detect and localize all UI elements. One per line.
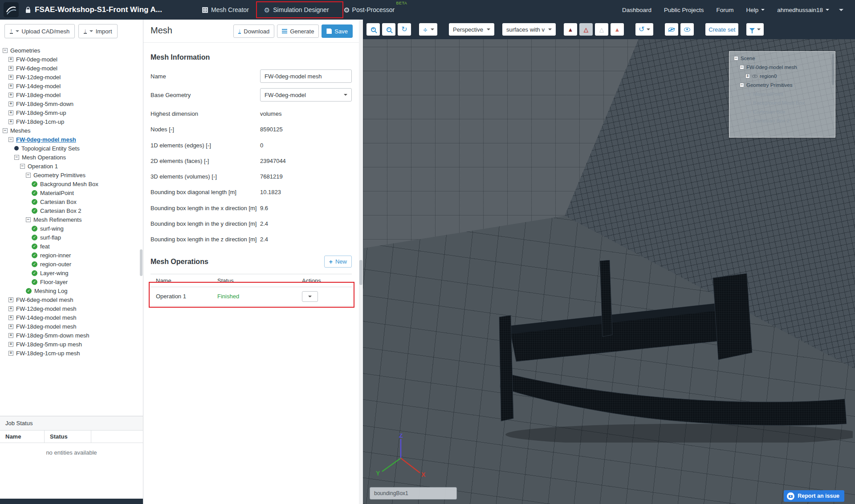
panel-scrollbar[interactable] [359, 20, 363, 504]
mesh-outline-button[interactable]: ▲ [611, 23, 624, 36]
expand-toggle-icon[interactable] [8, 324, 13, 329]
expand-toggle-icon[interactable] [8, 306, 13, 311]
mesh-wireframe-button[interactable]: △ [579, 23, 593, 36]
visibility-eye-icon[interactable] [745, 119, 751, 122]
scene-tree-item[interactable]: MaterialPoint [731, 89, 833, 98]
row-actions-dropdown[interactable] [302, 291, 318, 302]
rotate-view-button[interactable]: ↺ [635, 23, 653, 36]
scene-tree-item[interactable]: region0 [731, 72, 833, 81]
base-geometry-select[interactable]: FW-0deg-model [260, 88, 352, 102]
tree-item[interactable]: ✓ FW-12deg-model [0, 73, 140, 81]
tree-item[interactable]: ✓ FW-14deg-model mesh [0, 313, 140, 322]
projection-select[interactable]: Perspective [449, 23, 494, 36]
expand-toggle-icon[interactable] [20, 164, 25, 169]
zoom-out-button[interactable]: − [382, 23, 395, 36]
tree-item[interactable]: ✓ FW-0deg-model [0, 55, 140, 64]
mesh-solid-button[interactable]: ▲ [564, 23, 577, 36]
tree-item[interactable]: ✓ Floor-layer [0, 277, 140, 286]
tree-item[interactable]: ✓ Layer-wing [0, 268, 140, 277]
mesh-model[interactable] [497, 260, 853, 443]
tree-item[interactable]: ✓ region-inner [0, 251, 140, 260]
tree-item[interactable]: ✓ FW-18deg-model [0, 90, 140, 99]
simscale-logo[interactable] [4, 2, 19, 17]
expand-toggle-icon[interactable] [8, 102, 13, 106]
expand-toggle-icon[interactable] [734, 56, 738, 61]
expand-toggle-icon[interactable] [8, 342, 13, 347]
expand-toggle-icon[interactable] [745, 74, 750, 78]
table-row[interactable]: Operation 1 Finished [151, 287, 352, 306]
tree-item[interactable]: ✓ FW-14deg-model [0, 81, 140, 90]
nav-tab[interactable]: ⚙ Post-Processor BETA [342, 0, 397, 20]
tree-item[interactable]: ✓ FW-18deg-5mm-down [0, 99, 140, 108]
nav-tab[interactable]: ⚙ Simulation Designer [262, 0, 331, 20]
tree-item[interactable]: ✓ FW-18deg-1cm-up [0, 117, 140, 126]
tree-item[interactable]: ✓ surf-wing [0, 224, 140, 233]
expand-toggle-icon[interactable] [8, 66, 13, 71]
scene-tree-item[interactable]: Cartesian Box [731, 107, 833, 116]
tree-item[interactable]: ✓ FW-18deg-5mm-up mesh [0, 340, 140, 349]
nav-tab[interactable]: ⚙ Mesh Creator [200, 0, 251, 20]
tree-item[interactable]: ✓ surf-flap [0, 233, 140, 242]
expand-toggle-icon[interactable] [8, 351, 13, 356]
filter-button[interactable] [746, 23, 764, 36]
expand-toggle-icon[interactable] [740, 83, 744, 87]
expand-toggle-icon[interactable] [8, 315, 13, 320]
tree-item[interactable]: ✓ Meshing Log [0, 286, 140, 295]
user-menu-caret[interactable] [839, 9, 843, 11]
sidebar-scrollbar[interactable] [140, 249, 142, 276]
expand-toggle-icon[interactable] [8, 137, 13, 142]
tree-item[interactable]: ✓ Cartesian Box 2 [0, 206, 140, 215]
tree-item[interactable]: ✓ Topological Entity Sets [0, 144, 140, 153]
tree-item[interactable]: ✓ Background Mesh Box [0, 179, 140, 188]
expand-toggle-icon[interactable] [8, 84, 13, 89]
expand-toggle-icon[interactable] [8, 110, 13, 115]
tree-item[interactable]: ✓ FW-0deg-model mesh [0, 135, 140, 144]
expand-toggle-icon[interactable] [740, 65, 744, 69]
tree-item[interactable]: ✓ Meshes [0, 126, 140, 135]
tree-item[interactable]: ✓ MaterialPoint [0, 188, 140, 197]
expand-toggle-icon[interactable] [8, 57, 13, 62]
tree-item[interactable]: ✓ FW-6deg-model [0, 64, 140, 73]
scene-tree-item[interactable]: Background Mesh Box [731, 98, 833, 107]
nav-link[interactable]: Help [746, 7, 765, 13]
tree-item[interactable]: ✓ feat [0, 242, 140, 251]
visibility-eye-icon[interactable] [745, 102, 751, 105]
show-all-button[interactable] [680, 23, 694, 36]
tree-item[interactable]: ✓ Geometries [0, 46, 140, 55]
save-button[interactable]: Save [322, 24, 353, 38]
tree-item[interactable]: ✓ FW-18deg-1cm-up mesh [0, 349, 140, 358]
expand-toggle-icon[interactable] [3, 48, 8, 53]
report-issue-button[interactable]: Report an issue [784, 490, 844, 502]
expand-toggle-icon[interactable] [8, 75, 13, 80]
import-button[interactable]: ↓ Import [78, 24, 117, 38]
tree-item[interactable]: ✓ FW-6deg-model mesh [0, 295, 140, 304]
render-filter-select[interactable]: surfaces with v [502, 23, 556, 36]
tree-item[interactable]: ✓ FW-12deg-model mesh [0, 304, 140, 313]
visibility-eye-icon[interactable] [745, 93, 751, 96]
scene-tree-item[interactable]: Scene [731, 54, 833, 63]
expand-toggle-icon[interactable] [26, 173, 31, 178]
visibility-eye-icon[interactable] [752, 75, 757, 78]
expand-toggle-icon[interactable] [8, 333, 13, 338]
scene-tree-item[interactable]: Geometry Primitives [731, 81, 833, 89]
expand-toggle-icon[interactable] [8, 297, 13, 302]
tree-item[interactable]: ✓ Mesh Operations [0, 153, 140, 162]
panel-scrollbar-thumb[interactable] [359, 260, 362, 285]
download-button[interactable]: ↓ Download [233, 24, 274, 38]
nav-link[interactable]: Public Projects [664, 7, 704, 13]
scene-tree-item[interactable]: FW-0deg-model mesh [731, 63, 833, 72]
visibility-eye-icon[interactable] [745, 110, 751, 114]
pan-tool-button[interactable]: ↕↔ [419, 23, 437, 36]
expand-toggle-icon[interactable] [8, 119, 13, 124]
expand-toggle-icon[interactable] [3, 128, 8, 133]
mesh-surface-button[interactable]: △ [595, 23, 608, 36]
tree-item[interactable]: ✓ FW-18deg-5mm-down mesh [0, 331, 140, 340]
refresh-view-button[interactable]: ↻ [398, 23, 411, 36]
zoom-in-button[interactable]: + [366, 23, 380, 36]
tree-item[interactable]: ✓ region-outer [0, 260, 140, 268]
hide-selection-button[interactable] [665, 23, 678, 36]
upload-cad-button[interactable]: ↑ Upload CAD/mesh [4, 24, 75, 38]
scene-tree-item[interactable]: Cartesian Box 2 [731, 116, 833, 125]
tree-item[interactable]: ✓ Geometry Primitives [0, 171, 140, 179]
nav-link[interactable]: Forum [716, 7, 733, 13]
